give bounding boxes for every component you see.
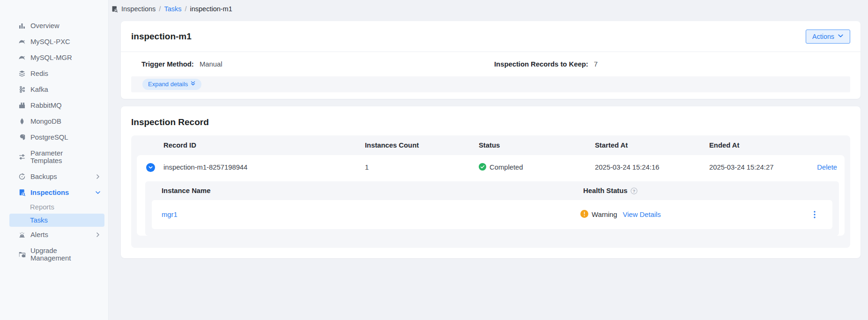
kafka-icon (18, 86, 26, 94)
warning-icon (580, 210, 588, 219)
inspection-record-card: Inspection Record Record ID Instances Co… (121, 106, 861, 258)
rabbitmq-icon (18, 102, 26, 110)
column-header-status: Status (479, 141, 595, 149)
sidebar-item-label: Alerts (30, 231, 85, 238)
sidebar-item-label: MongoDB (30, 118, 85, 125)
table-row: inspection-m1-8257198944 1 Completed 202… (137, 155, 845, 179)
record-id-cell: inspection-m1-8257198944 (163, 164, 365, 171)
sub-table-header-row: Instance Name Health Status ? (145, 181, 839, 200)
column-header-instances-count: Instances Count (365, 141, 479, 149)
bar-chart-icon (18, 22, 26, 30)
expand-details-button[interactable]: Expand details (142, 79, 201, 90)
instance-name-link[interactable]: mgr1 (152, 211, 574, 218)
sidebar-item-postgresql[interactable]: PostgreSQL (0, 129, 108, 145)
actions-button[interactable]: Actions (806, 30, 850, 44)
records-to-keep-field: Inspection Records to Keep: 7 (494, 60, 598, 68)
breadcrumb-separator: / (159, 5, 161, 13)
folder-gear-icon (18, 251, 26, 259)
sidebar-item-label: Overview (30, 22, 85, 30)
inspection-clipboard-icon (111, 6, 118, 13)
app-screen: Overview MySQL-PXC MySQL-MGR Redis Kafka (0, 0, 868, 320)
delete-link[interactable]: Delete (817, 164, 845, 171)
view-details-link[interactable]: View Details (623, 211, 661, 218)
chevron-down-icon (95, 190, 101, 195)
mysql-dolphin-icon (18, 54, 26, 62)
sidebar-subitem-label: Tasks (30, 216, 48, 224)
sidebar-item-inspections[interactable]: Inspections (0, 185, 108, 201)
sidebar-item-mysql-mgr[interactable]: MySQL-MGR (0, 50, 108, 66)
field-value: Manual (200, 60, 223, 68)
sidebar-item-reports[interactable]: Reports (9, 201, 104, 214)
inspection-clipboard-icon (18, 189, 26, 197)
breadcrumb-separator: / (185, 5, 186, 13)
inspection-record-table: Record ID Instances Count Status Started… (131, 135, 850, 248)
expand-details-strip: Expand details (131, 76, 850, 92)
column-header-record-id: Record ID (163, 141, 365, 149)
sidebar-item-label: MySQL-PXC (30, 38, 85, 45)
backup-restore-icon (18, 173, 26, 181)
section-title: Inspection Record (131, 117, 850, 128)
table-header-row: Record ID Instances Count Status Started… (131, 135, 850, 155)
sidebar-item-label: Kafka (30, 86, 85, 93)
chevron-down-icon (838, 33, 844, 40)
expand-details-label: Expand details (148, 81, 188, 88)
sidebar-item-parameter-templates[interactable]: Parameter Templates (0, 145, 108, 169)
sidebar-item-kafka[interactable]: Kafka (0, 82, 108, 97)
status-text: Completed (490, 164, 523, 171)
sidebar-item-label: PostgreSQL (30, 134, 85, 141)
alarm-siren-icon (18, 231, 26, 239)
mysql-dolphin-icon (18, 38, 26, 46)
sidebar-item-backups[interactable]: Backups (0, 169, 108, 185)
instances-count-cell: 1 (365, 164, 479, 171)
page-title: inspection-m1 (131, 31, 192, 42)
collapse-row-toggle[interactable] (146, 163, 155, 172)
sidebar-subitem-label: Reports (30, 203, 54, 211)
postgresql-icon (18, 134, 26, 141)
sidebar-item-label: Parameter Templates (30, 149, 85, 164)
health-status-cell: Warning View Details (574, 210, 797, 219)
sidebar-item-label: Redis (30, 70, 85, 77)
sidebar: Overview MySQL-PXC MySQL-MGR Redis Kafka (0, 0, 109, 320)
sidebar-item-mysql-pxc[interactable]: MySQL-PXC (0, 34, 108, 50)
field-value: 7 (594, 60, 598, 68)
health-status-text: Warning (592, 211, 617, 218)
sidebar-item-tasks[interactable]: Tasks (9, 214, 104, 227)
breadcrumb-item-inspections: Inspections (121, 5, 156, 13)
column-header-instance-name: Instance Name (145, 187, 583, 194)
sidebar-item-label: MySQL-MGR (30, 54, 85, 61)
sidebar-item-upgrade-management[interactable]: Upgrade Management (0, 243, 108, 266)
sidebar-item-label: Inspections (30, 189, 85, 196)
mongodb-leaf-icon (18, 118, 26, 126)
chevron-right-icon (95, 174, 101, 179)
sidebar-item-label: Upgrade Management (30, 247, 85, 262)
sidebar-item-alerts[interactable]: Alerts (0, 227, 108, 243)
ended-at-cell: 2025-03-24 15:24:27 (709, 164, 802, 171)
success-check-icon (479, 163, 486, 172)
status-cell: Completed (479, 163, 595, 172)
task-detail-header: inspection-m1 Actions (121, 21, 861, 52)
help-icon[interactable]: ? (631, 187, 638, 194)
trigger-method-field: Trigger Method: Manual (141, 60, 222, 68)
task-detail-card: inspection-m1 Actions Trigger Method: Ma… (121, 21, 861, 99)
started-at-cell: 2025-03-24 15:24:16 (595, 164, 709, 171)
breadcrumb-item-current: inspection-m1 (190, 5, 232, 13)
sidebar-item-label: RabbitMQ (30, 102, 85, 109)
sidebar-item-overview[interactable]: Overview (0, 18, 108, 34)
column-header-ended-at: Ended At (709, 141, 802, 149)
instance-sub-table: Instance Name Health Status ? mgr1 (145, 181, 839, 236)
breadcrumb-item-tasks[interactable]: Tasks (164, 5, 181, 13)
svg-text:?: ? (632, 188, 635, 193)
chevron-right-icon (95, 232, 101, 238)
sliders-icon (18, 153, 26, 161)
sidebar-item-rabbitmq[interactable]: RabbitMQ (0, 97, 108, 113)
sidebar-item-redis[interactable]: Redis (0, 66, 108, 82)
task-detail-fields: Trigger Method: Manual Inspection Record… (121, 52, 861, 76)
column-header-started-at: Started At (595, 141, 709, 149)
field-label: Inspection Records to Keep: (494, 60, 588, 68)
sidebar-item-mongodb[interactable]: MongoDB (0, 113, 108, 129)
column-header-health-status: Health Status ? (583, 187, 839, 194)
redis-stack-icon (18, 70, 26, 78)
record-row-card: inspection-m1-8257198944 1 Completed 202… (137, 155, 845, 236)
sidebar-item-label: Backups (30, 173, 85, 180)
row-more-actions-button[interactable] (797, 210, 832, 219)
